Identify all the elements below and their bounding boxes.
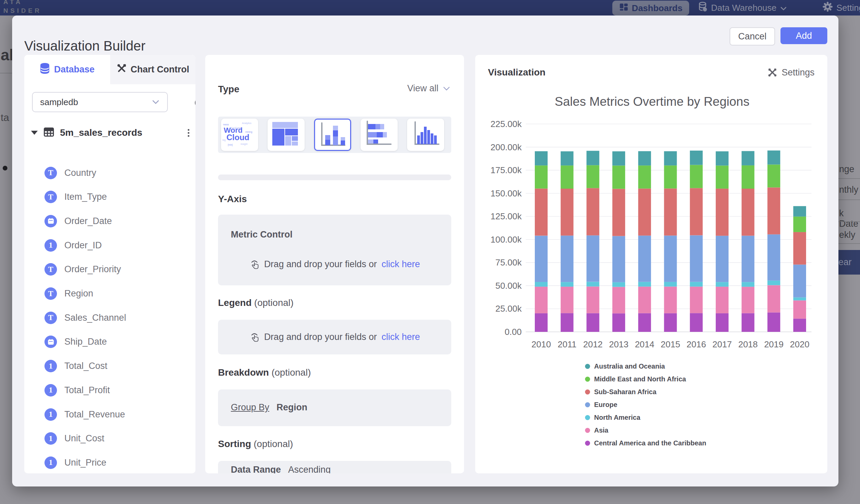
- divider: [838, 178, 860, 179]
- legend-item[interactable]: Asia: [585, 424, 608, 437]
- divider: [0, 73, 12, 73]
- legend-color-dot: [585, 402, 590, 407]
- sorting-section-title: Sorting: [218, 438, 251, 449]
- legend-item-label: Sub-Saharan Africa: [594, 388, 657, 396]
- legend-item[interactable]: North America: [585, 411, 640, 424]
- field-row[interactable]: 1Unit_Price: [44, 455, 189, 470]
- underlying-menu-item: k Date: [839, 208, 860, 229]
- field-row[interactable]: TSales_Channel: [44, 310, 189, 325]
- sorting-optional-label: (optional): [254, 438, 293, 449]
- group-by-label[interactable]: Group By: [231, 402, 269, 412]
- top-nav-bar: ATA NSIDER Dashboards: [0, 0, 860, 15]
- breakdown-box[interactable]: Group By Region: [218, 389, 451, 426]
- chart-type-column[interactable]: [407, 119, 444, 151]
- field-type-number-icon: 1: [44, 239, 57, 252]
- nav-dashboards[interactable]: Dashboards: [612, 1, 689, 15]
- chart-type-stacked-bar[interactable]: [361, 119, 398, 151]
- field-type-text-icon: T: [44, 191, 57, 203]
- underlying-menu-item: ekly: [839, 230, 860, 240]
- field-label: Unit_Cost: [64, 433, 104, 444]
- svg-text:[viz]: [viz]: [228, 143, 232, 146]
- legend-color-dot: [585, 441, 590, 446]
- field-row[interactable]: Ship_Date: [44, 334, 189, 349]
- field-row[interactable]: Order_Date: [44, 214, 189, 228]
- view-all-label: View all: [407, 83, 439, 93]
- nav-data-warehouse[interactable]: Data Warehouse: [698, 0, 787, 15]
- field-label: Order_Date: [64, 216, 112, 226]
- legend-item-label: Europe: [594, 401, 617, 409]
- view-all-button[interactable]: View all: [407, 83, 450, 93]
- legend-item[interactable]: Europe: [585, 398, 617, 411]
- field-row[interactable]: 1Order_ID: [44, 238, 189, 253]
- field-row[interactable]: 1Unit_Cost: [44, 431, 189, 446]
- field-label: Total_Revenue: [64, 409, 125, 420]
- legend-item-label: Asia: [594, 427, 608, 434]
- chart-type-treemap[interactable]: [268, 119, 305, 151]
- sorting-box[interactable]: Data Range Ascending: [218, 461, 451, 473]
- field-label: Ship_Date: [64, 336, 107, 347]
- field-label: Region: [64, 288, 94, 299]
- field-label: Unit_Price: [64, 458, 106, 468]
- type-section-title: Type: [218, 84, 239, 95]
- hand-click-icon: [249, 258, 259, 270]
- metric-control-dropzone[interactable]: Metric Control Drag and drop your fields…: [218, 215, 451, 285]
- field-type-text-icon: T: [44, 287, 57, 300]
- svg-text:big: big: [223, 139, 226, 142]
- legend-item[interactable]: Middle East and North Africa: [585, 373, 686, 385]
- drop-hint-text: Drag and drop your fields or: [264, 259, 377, 270]
- cancel-button[interactable]: Cancel: [730, 27, 775, 45]
- data-warehouse-icon: [698, 2, 708, 14]
- field-type-text-icon: T: [44, 312, 57, 324]
- legend-item[interactable]: Australia and Oceania: [585, 360, 665, 373]
- field-row[interactable]: TItem_Type: [44, 190, 189, 204]
- chart-type-strip: nessAnalyticsKeyDataminingWordCloud[viz]…: [218, 117, 451, 153]
- field-label: Total_Profit: [64, 385, 110, 395]
- underlying-menu-item-selected: ear: [838, 250, 860, 275]
- divider: [838, 243, 860, 244]
- field-label: Item_Type: [64, 192, 107, 202]
- field-row[interactable]: 1Total_Cost: [44, 359, 189, 374]
- field-label: Country: [64, 168, 96, 178]
- chart-type-stacked-column[interactable]: [314, 119, 351, 151]
- field-type-date-icon: [44, 215, 57, 227]
- legend-item-label: Australia and Oceania: [594, 362, 665, 370]
- add-button[interactable]: Add: [780, 27, 827, 44]
- divider: [838, 199, 860, 200]
- legend-color-dot: [585, 389, 590, 394]
- field-type-text-icon: T: [44, 263, 57, 276]
- legend-color-dot: [585, 364, 590, 369]
- field-row[interactable]: 1Total_Profit: [44, 383, 189, 398]
- underlying-page-heading-fragment: al: [1, 46, 13, 64]
- svg-text:insight: insight: [241, 143, 247, 146]
- app-logo: ATA NSIDER: [3, 0, 42, 15]
- chart-type-scrollbar[interactable]: [218, 174, 451, 180]
- legend-optional-label: (optional): [254, 298, 293, 308]
- legend-section-title: Legend: [218, 298, 252, 308]
- chart-type-word-cloud[interactable]: nessAnalyticsKeyDataminingWordCloud[viz]…: [221, 119, 258, 151]
- field-row[interactable]: 1Total_Revenue: [44, 407, 189, 422]
- legend-item[interactable]: Sub-Saharan Africa: [585, 385, 657, 398]
- field-row[interactable]: TOrder_Priority: [44, 262, 189, 277]
- legend-dropzone[interactable]: Drag and drop your fields or click here: [218, 320, 451, 355]
- underlying-menu-item: nthly: [839, 185, 860, 195]
- screen: ATA NSIDER Dashboards: [0, 0, 860, 504]
- field-type-number-icon: 1: [44, 457, 57, 469]
- visualization-builder-modal: Visualization Builder Cancel Add Databas…: [12, 15, 838, 487]
- chart-legend: Australia and OceaniaMiddle East and Nor…: [475, 55, 827, 473]
- group-by-value[interactable]: Region: [277, 402, 308, 412]
- legend-color-dot: [585, 415, 590, 420]
- nav-settings-label: Settings: [836, 3, 860, 13]
- field-list: TCountryTItem_TypeOrder_Date1Order_IDTOr…: [24, 55, 196, 473]
- divider: [838, 221, 860, 222]
- svg-text:Analytics: Analytics: [242, 122, 252, 125]
- field-type-number-icon: 1: [44, 384, 57, 397]
- legend-color-dot: [585, 428, 590, 433]
- field-row[interactable]: TRegion: [44, 286, 189, 301]
- legend-click-here-link[interactable]: click here: [382, 332, 420, 342]
- field-row[interactable]: TCountry: [44, 165, 189, 180]
- modal-title: Visualization Builder: [24, 39, 145, 54]
- metric-click-here-link[interactable]: click here: [382, 259, 420, 270]
- legend-item[interactable]: Central America and the Caribbean: [585, 437, 706, 449]
- nav-settings[interactable]: Settings: [822, 0, 860, 15]
- metric-control-label: Metric Control: [231, 229, 292, 240]
